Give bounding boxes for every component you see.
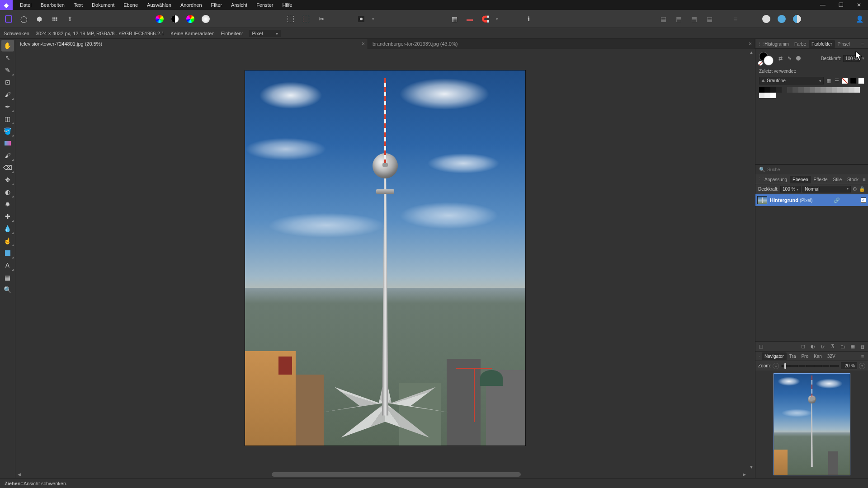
vertical-scrollbar[interactable]: ▲ ▼ <box>748 49 755 471</box>
fx-icon[interactable]: fx <box>819 344 826 349</box>
panel-tab-farbe[interactable]: Farbe <box>792 40 809 48</box>
blur-tool-icon[interactable]: 💧 <box>1 223 14 235</box>
panel-tab-stile[interactable]: Stile <box>830 176 844 183</box>
zoom-tool-icon[interactable]: 🔍 <box>1 284 14 296</box>
account-icon[interactable]: 👤 <box>853 12 866 26</box>
selection-crop-icon[interactable]: ✂ <box>315 12 328 26</box>
swatch[interactable] <box>793 87 798 93</box>
blend-mode-select[interactable]: Normal ▾ <box>802 186 851 192</box>
swap-colors-icon[interactable]: ⇄ <box>777 55 783 61</box>
color-picker-rgb-icon[interactable] <box>153 12 166 26</box>
maximize-button[interactable]: ❐ <box>832 0 850 10</box>
panel-options-icon[interactable]: ≡ <box>859 353 866 359</box>
color-picker-bw-icon[interactable] <box>168 12 182 26</box>
split-icon[interactable]: ▬ <box>463 12 476 26</box>
crop-layer-icon[interactable]: ⊼ <box>829 343 836 349</box>
panel-grip-icon[interactable]: ⋮⋮ <box>757 177 761 182</box>
menu-datei[interactable]: Datei <box>15 0 36 10</box>
panel-tab-ebenen[interactable]: Ebenen <box>790 176 811 183</box>
close-tab-icon[interactable]: × <box>362 41 365 47</box>
layer-filter-icon[interactable]: ◫ <box>757 343 764 349</box>
gradient-tool-icon[interactable] <box>1 137 14 149</box>
swatch[interactable] <box>821 87 826 93</box>
zoom-in-button[interactable]: + <box>859 363 865 369</box>
marquee-tool-icon[interactable]: ◫ <box>1 113 14 125</box>
panel-tab-pro[interactable]: Pro <box>798 352 811 360</box>
menu-ebene[interactable]: Ebene <box>119 0 142 10</box>
units-select[interactable]: Pixel <box>249 31 281 36</box>
add-pixel-layer-icon[interactable]: ▦ <box>849 343 856 349</box>
panel-grip-icon[interactable]: ⋮⋮ <box>757 354 761 359</box>
canvas[interactable]: ▲ ▼ ◀ ▶ <box>15 49 755 478</box>
adjustment-icon[interactable]: ◐ <box>809 343 816 349</box>
persona-develop-icon[interactable]: ⬢ <box>33 12 46 26</box>
palette-black-swatch[interactable] <box>850 78 856 84</box>
layer-lock-icon[interactable]: 🔒 <box>859 186 865 192</box>
swatch[interactable] <box>782 87 787 93</box>
grid-icon[interactable]: ▦ <box>448 12 461 26</box>
none-color-icon[interactable] <box>795 55 802 61</box>
layer-visibility-checkbox[interactable]: ✓ <box>861 197 866 203</box>
snap-dropdown-icon[interactable]: ▾ <box>494 12 500 26</box>
zoom-slider[interactable] <box>781 365 839 367</box>
menu-filter[interactable]: Filter <box>207 0 226 10</box>
panel-tab-farbfelder[interactable]: Farbfelder <box>809 40 835 48</box>
smudge-tool-icon[interactable]: ☝ <box>1 235 14 247</box>
mask-icon[interactable]: ◻ <box>799 343 807 349</box>
layer-settings-icon[interactable]: ⚙ <box>853 186 857 192</box>
eyedropper-icon[interactable]: ✎ <box>786 55 793 61</box>
swatch[interactable] <box>798 87 804 93</box>
erase-tool-icon[interactable]: ⌫ <box>1 162 14 174</box>
assistant-icon[interactable]: ℹ <box>522 12 535 26</box>
palette-white-swatch[interactable] <box>858 78 864 84</box>
swatch[interactable] <box>764 87 770 93</box>
palette-select[interactable]: Grautöne ▾ <box>759 77 824 84</box>
paint-brush-tool-icon[interactable]: 🖌 <box>1 150 14 161</box>
swatch[interactable] <box>854 87 860 93</box>
arrange-forward-icon[interactable]: ⬒ <box>687 12 701 26</box>
pen-tool-icon[interactable]: ✒ <box>1 101 14 113</box>
move-tool-icon[interactable]: ↖ <box>1 52 14 64</box>
panel-tab-anpassung[interactable]: Anpassung <box>762 176 790 183</box>
group-icon[interactable]: 🗀 <box>839 344 846 349</box>
snap-icon[interactable]: 🧲 <box>478 12 492 26</box>
palette-list-icon[interactable]: ☰ <box>834 78 840 84</box>
inpaint-tool-icon[interactable]: ✹ <box>1 198 14 210</box>
persona-export-icon[interactable]: ⇪ <box>63 12 77 26</box>
persona-liquify-icon[interactable]: ◯ <box>17 12 31 26</box>
healing-tool-icon[interactable]: ✚ <box>1 211 14 222</box>
close-tab-icon[interactable]: × <box>749 41 752 47</box>
panel-tab-32v[interactable]: 32V <box>825 352 838 360</box>
arrange-backward-icon[interactable]: ⬒ <box>672 12 685 26</box>
panel-tab-kan[interactable]: Kan <box>811 352 825 360</box>
crop-tool-icon[interactable]: ⊡ <box>1 76 14 88</box>
quickmask-dropdown-icon[interactable]: ▾ <box>370 12 376 26</box>
mesh-tool-icon[interactable]: ▦ <box>1 272 14 283</box>
document-tab[interactable]: brandenburger-tor-201939.jpg (43.0%)× <box>368 39 755 49</box>
menu-fenster[interactable]: Fenster <box>252 0 278 10</box>
minimize-button[interactable]: — <box>814 0 832 10</box>
zoom-value[interactable]: 20 % <box>841 362 857 369</box>
selection-brush-tool-icon[interactable]: 🖌 <box>1 89 14 100</box>
swatch[interactable] <box>776 87 781 93</box>
clone-tool-icon[interactable]: ✥ <box>1 174 14 186</box>
palette-grid-icon[interactable]: ▦ <box>826 78 832 84</box>
palette-none-swatch[interactable] <box>842 78 848 84</box>
close-button[interactable]: ✕ <box>850 0 868 10</box>
zoom-out-button[interactable]: − <box>773 363 779 369</box>
selection-subtract-icon[interactable] <box>299 12 313 26</box>
selection-new-icon[interactable] <box>284 12 297 26</box>
panel-tab-tra[interactable]: Tra <box>787 352 799 360</box>
menu-anordnen[interactable]: Anordnen <box>176 0 207 10</box>
menu-auswählen[interactable]: Auswählen <box>142 0 176 10</box>
menu-ansicht[interactable]: Ansicht <box>226 0 252 10</box>
flood-tool-icon[interactable]: 🪣 <box>1 125 14 137</box>
persona-tone-icon[interactable]: 𝍖 <box>48 12 61 26</box>
color-picker-tool-icon[interactable]: ✎ <box>1 64 14 76</box>
color-picker-hue-icon[interactable] <box>184 12 197 26</box>
panel-tab-stock[interactable]: Stock <box>844 176 861 183</box>
swatch[interactable] <box>770 87 776 93</box>
menu-dokument[interactable]: Dokument <box>87 0 119 10</box>
shape-tool-icon[interactable] <box>1 247 14 259</box>
align-icon[interactable]: ≡ <box>729 12 742 26</box>
